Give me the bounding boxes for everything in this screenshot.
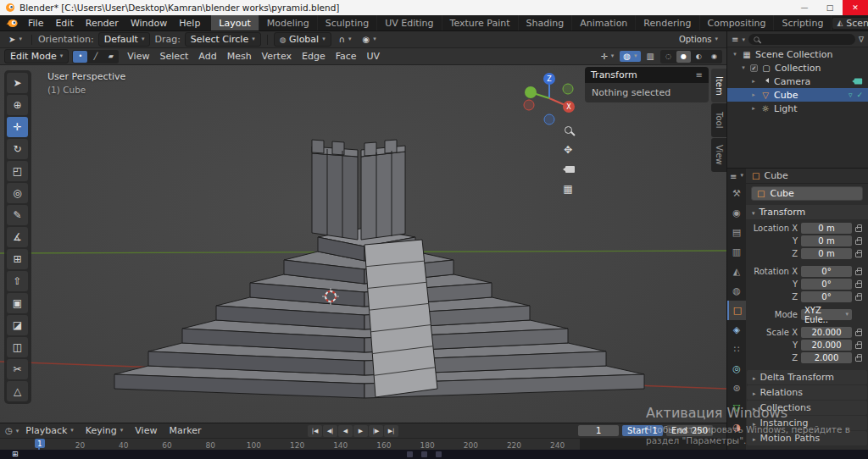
- outliner-row-collection[interactable]: ▾ ✓ ▢ Collection: [727, 61, 868, 75]
- lock-icon[interactable]: [855, 331, 862, 336]
- face-select-button[interactable]: ▰: [103, 51, 118, 63]
- collapsed-panel-header[interactable]: Instancing: [747, 416, 867, 430]
- prev-keyframe-button[interactable]: ◀|: [323, 425, 337, 437]
- lock-icon[interactable]: [855, 252, 862, 257]
- sidebar-tab[interactable]: Tool: [711, 103, 726, 137]
- lock-icon[interactable]: [855, 296, 862, 301]
- tool-tab[interactable]: ⚒: [727, 184, 746, 203]
- menu-item[interactable]: Edit: [49, 15, 79, 30]
- viewport-menu-item[interactable]: View: [122, 51, 154, 62]
- outliner-row-camera[interactable]: ▸ Camera: [727, 75, 868, 88]
- camera-view-icon[interactable]: [565, 166, 575, 173]
- wireframe-shading-button[interactable]: ◌: [661, 51, 676, 63]
- collapsed-panel-header[interactable]: Delta Transform: [747, 370, 867, 384]
- workspace-tab[interactable]: Rendering: [636, 15, 699, 30]
- view-layer-tab[interactable]: ▥: [727, 242, 746, 262]
- material-tab[interactable]: ◑: [727, 418, 746, 437]
- viewport-menu-item[interactable]: Edge: [297, 51, 331, 62]
- menu-keying[interactable]: Keying: [81, 425, 128, 436]
- taskbar-icon[interactable]: [421, 451, 427, 457]
- close-button[interactable]: ✕: [843, 0, 868, 15]
- timeline-ruler[interactable]: 20406080100120140160180200220240 1: [0, 438, 726, 450]
- material-shading-button[interactable]: ◐: [692, 51, 706, 63]
- show-overlays-dropdown[interactable]: ◍: [620, 51, 640, 62]
- viewport-menu-item[interactable]: Face: [331, 51, 362, 62]
- sidebar-tab[interactable]: Item: [711, 69, 726, 102]
- physics-tab[interactable]: ◎: [727, 359, 746, 379]
- collapsed-panel-header[interactable]: Collections: [747, 401, 867, 415]
- location-z-field[interactable]: 0 m: [801, 248, 852, 259]
- navigation-gizmo[interactable]: Z X: [519, 68, 580, 129]
- knife-tool-button[interactable]: ✂: [7, 359, 28, 379]
- solid-shading-button[interactable]: ●: [676, 51, 691, 63]
- editor-type-dropdown[interactable]: ≡: [727, 169, 746, 184]
- snapping-dropdown[interactable]: ∩: [336, 34, 355, 45]
- output-tab[interactable]: ▤: [727, 223, 746, 242]
- options-dropdown[interactable]: Options: [676, 34, 721, 45]
- workspace-tab[interactable]: Compositing: [700, 15, 775, 30]
- viewport-menu-item[interactable]: Add: [193, 51, 221, 62]
- taskbar-icon[interactable]: [407, 451, 413, 457]
- orientation-dropdown[interactable]: Default: [98, 32, 151, 47]
- zoom-icon[interactable]: [565, 126, 572, 134]
- editor-type-dropdown[interactable]: ◷: [5, 426, 19, 435]
- sidebar-tab[interactable]: View: [711, 138, 726, 172]
- viewport-3d-model[interactable]: [0, 65, 726, 423]
- rendered-shading-button[interactable]: ◉: [707, 51, 721, 63]
- world-tab[interactable]: ◍: [727, 281, 746, 301]
- workspace-tab[interactable]: Scripting: [774, 15, 832, 30]
- maximize-button[interactable]: □: [817, 0, 843, 15]
- selectable-icon[interactable]: ✓: [856, 91, 863, 99]
- expander-icon[interactable]: ▾: [732, 51, 738, 58]
- object-data-tab[interactable]: ▽: [727, 398, 746, 418]
- ortho-grid-icon[interactable]: ▦: [563, 183, 572, 195]
- panel-menu-icon[interactable]: ≡: [696, 70, 703, 80]
- move-tool-button[interactable]: ✛: [7, 117, 28, 137]
- outliner-row-light[interactable]: ▸ ☼ Light: [727, 102, 868, 115]
- outliner-row-cube[interactable]: ▸ ▽ Cube ▿ ✓: [727, 88, 868, 102]
- vertex-select-button[interactable]: •: [73, 51, 87, 63]
- filter-icon[interactable]: [859, 34, 864, 45]
- rotation-y-field[interactable]: 0°: [801, 279, 852, 290]
- viewport-menu-item[interactable]: Select: [154, 51, 193, 62]
- workspace-tab[interactable]: Modeling: [259, 15, 318, 30]
- viewport-menu-item[interactable]: UV: [362, 51, 386, 62]
- measure-tool-button[interactable]: ∡: [7, 227, 28, 247]
- rotation-mode-dropdown[interactable]: XYZ Eule..: [801, 309, 852, 320]
- tweak-select-tool-button[interactable]: ➤: [7, 73, 28, 93]
- transform-panel-header[interactable]: Transform: [746, 205, 868, 219]
- taskbar-icon[interactable]: [436, 451, 442, 457]
- viewport-menu-item[interactable]: Vertex: [257, 51, 297, 62]
- menu-item[interactable]: Render: [80, 15, 125, 30]
- extrude-region-tool-button[interactable]: ⇧: [7, 271, 28, 291]
- lock-icon[interactable]: [855, 227, 862, 232]
- scale-tool-button[interactable]: ◰: [7, 161, 28, 181]
- menu-view[interactable]: View: [130, 425, 162, 436]
- lock-icon[interactable]: [855, 357, 862, 362]
- scale-z-field[interactable]: 2.000: [801, 352, 852, 363]
- transform-orientation-dropdown[interactable]: ◍ Global: [274, 32, 331, 47]
- workspace-tab[interactable]: Texture Paint: [442, 15, 519, 30]
- workspace-tab[interactable]: Sculpting: [318, 15, 377, 30]
- bevel-tool-button[interactable]: ◪: [7, 315, 28, 335]
- expander-icon[interactable]: ▸: [750, 105, 757, 112]
- mode-dropdown[interactable]: Edit Mode: [4, 49, 69, 64]
- menu-marker[interactable]: Marker: [164, 425, 206, 436]
- lock-icon[interactable]: [855, 270, 862, 275]
- collection-checkbox[interactable]: ✓: [750, 64, 758, 72]
- menu-playback[interactable]: Playback: [20, 425, 79, 436]
- editor-type-dropdown[interactable]: [732, 34, 745, 45]
- annotate-tool-button[interactable]: ✎: [7, 205, 28, 225]
- object-name-field[interactable]: □ Cube: [751, 186, 863, 201]
- rotation-z-field[interactable]: 0°: [801, 291, 852, 302]
- render-camera-icon[interactable]: [854, 79, 862, 85]
- transform-tool-button[interactable]: ◎: [7, 183, 28, 203]
- lock-icon[interactable]: [855, 283, 862, 288]
- playhead[interactable]: 1: [35, 439, 45, 450]
- poly-build-tool-button[interactable]: △: [7, 381, 28, 401]
- workspace-tab[interactable]: UV Editing: [377, 15, 442, 30]
- menu-item[interactable]: Help: [173, 15, 206, 30]
- jump-to-end-button[interactable]: ▶|: [384, 425, 398, 437]
- end-frame-field[interactable]: End 250: [666, 425, 713, 436]
- toggle-xray-button[interactable]: ▥: [643, 51, 658, 62]
